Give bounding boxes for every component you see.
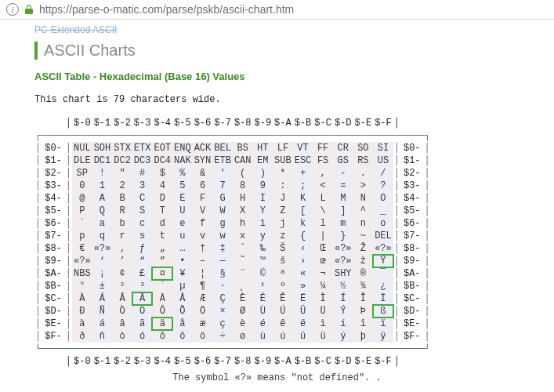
- ascii-cell: DEL: [373, 230, 393, 242]
- col-header: $-1: [92, 355, 113, 368]
- ascii-cell: l: [313, 217, 333, 230]
- spacer: [42, 355, 65, 368]
- ascii-cell: ESC: [293, 154, 313, 167]
- ascii-cell: ‹: [293, 242, 313, 255]
- ascii-cell: DC1: [92, 154, 113, 167]
- ascii-cell: ]: [333, 205, 353, 217]
- sep: │: [424, 292, 431, 305]
- ascii-cell: Ü: [313, 305, 333, 318]
- col-header: $-E: [353, 355, 374, 368]
- ascii-cell: Ù: [253, 305, 273, 318]
- sep: │: [34, 280, 42, 292]
- row-label: $8-: [42, 242, 65, 255]
- ascii-cell: è: [233, 318, 253, 330]
- ascii-cell: ¬: [313, 267, 333, 280]
- ascii-cell: «: [293, 267, 313, 280]
- sep: │: [65, 242, 72, 255]
- sep: │: [34, 292, 42, 305]
- ascii-cell: ‚: [112, 242, 132, 255]
- ascii-cell: î: [353, 318, 374, 330]
- sep: │: [393, 318, 400, 330]
- sep: │: [65, 355, 72, 368]
- col-header: $-A: [273, 117, 293, 129]
- info-icon[interactable]: i: [6, 3, 19, 16]
- ascii-cell: T: [152, 205, 172, 217]
- ascii-cell: g: [212, 217, 233, 230]
- ascii-cell: Œ: [313, 242, 333, 255]
- ascii-cell: q: [92, 230, 113, 242]
- ascii-cell: NAK: [172, 154, 193, 167]
- ascii-cell: Z: [273, 205, 293, 217]
- sep: │: [34, 167, 42, 180]
- breadcrumb-prev[interactable]: PC-Extended ASCII: [34, 24, 520, 35]
- ascii-cell: ~: [353, 230, 374, 242]
- ascii-cell: n: [353, 217, 374, 230]
- row-label: $7-: [400, 230, 424, 242]
- ascii-cell: £: [132, 267, 153, 280]
- col-header: $-6: [193, 117, 213, 129]
- row-label: $E-: [400, 318, 424, 330]
- ascii-cell: V: [193, 205, 213, 217]
- spacer: [400, 117, 424, 129]
- ascii-cell: Ò: [112, 305, 132, 318]
- ascii-cell: b: [112, 217, 132, 230]
- sep: │: [424, 167, 431, 180]
- ascii-cell: º: [273, 280, 293, 292]
- ascii-cell: Ô: [152, 305, 172, 318]
- ascii-cell: v: [193, 230, 213, 242]
- ascii-cell: 8: [233, 180, 253, 192]
- col-header: $-8: [233, 355, 253, 368]
- sep: │: [65, 192, 72, 205]
- ascii-cell: ¯: [373, 267, 393, 280]
- ascii-cell: ): [253, 167, 273, 180]
- spacer: [42, 117, 65, 129]
- ascii-cell: U: [172, 205, 193, 217]
- ascii-cell: Ú: [273, 305, 293, 318]
- ascii-cell: ˜: [233, 255, 253, 267]
- sep: │: [393, 330, 400, 343]
- ascii-cell: ù: [253, 330, 273, 343]
- ascii-cell: ì: [313, 318, 333, 330]
- ascii-cell: ¼: [313, 280, 333, 292]
- table-rule: └───────────────────────────────────────…: [34, 343, 431, 355]
- sep: │: [393, 217, 400, 230]
- sep: │: [424, 267, 431, 280]
- ascii-cell: @: [72, 192, 92, 205]
- ascii-cell: »: [293, 280, 313, 292]
- col-header: $-B: [293, 117, 313, 129]
- ascii-cell: ý: [333, 330, 353, 343]
- row-label: $D-: [42, 305, 65, 318]
- ascii-cell: ü: [313, 330, 333, 343]
- page-url[interactable]: https://parse-o-matic.com/parse/pskb/asc…: [39, 3, 294, 16]
- row-label: $6-: [42, 217, 65, 230]
- ascii-cell: K: [293, 192, 313, 205]
- ascii-cell: ½: [333, 280, 353, 292]
- row-label: $4-: [42, 192, 65, 205]
- ascii-cell: m: [333, 217, 353, 230]
- ascii-cell: é: [253, 318, 273, 330]
- ascii-cell: Â: [112, 292, 132, 305]
- row-label: $1-: [400, 154, 424, 167]
- ascii-cell: CR: [333, 142, 353, 154]
- ascii-cell: «?»: [72, 255, 92, 267]
- ascii-cell: .: [353, 167, 374, 180]
- col-header: $-0: [72, 355, 92, 368]
- sep: │: [65, 230, 72, 242]
- ascii-cell: B: [112, 192, 132, 205]
- sep: │: [65, 330, 72, 343]
- ascii-cell: ENQ: [172, 142, 193, 154]
- ascii-cell: ã: [132, 318, 153, 330]
- ascii-cell: í: [333, 318, 353, 330]
- sep: │: [65, 292, 72, 305]
- ascii-cell: ’: [112, 255, 132, 267]
- ascii-cell: SUB: [273, 154, 293, 167]
- ascii-cell: Ÿ: [373, 255, 393, 267]
- col-header: $-8: [233, 117, 253, 129]
- col-header: $-7: [212, 355, 233, 368]
- sep: │: [65, 167, 72, 180]
- ascii-cell: -: [333, 167, 353, 180]
- sep: │: [393, 230, 400, 242]
- sep: │: [34, 192, 42, 205]
- ascii-cell: •: [172, 255, 193, 267]
- ascii-cell: +: [293, 167, 313, 180]
